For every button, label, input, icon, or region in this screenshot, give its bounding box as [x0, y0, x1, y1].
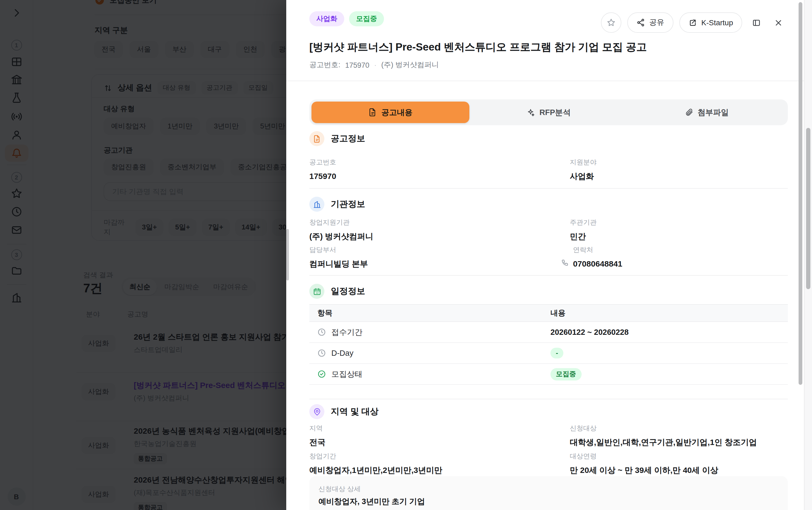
status-pill: 모집중: [550, 368, 581, 380]
svg-text:12: 12: [315, 291, 318, 294]
field-contact: 연락처 07080648841: [561, 246, 623, 268]
window-scrollbar-thumb[interactable]: [806, 128, 810, 289]
field-label: 신청대상: [570, 424, 757, 433]
side-panel-toggle-button[interactable]: [748, 15, 764, 31]
schedule-table: 항목 내용 접수기간 20260122 ~ 20260228 D-Day -: [309, 304, 788, 385]
field-support-org: 창업지원기관 (주) 벙커샷컴퍼니: [309, 218, 373, 242]
meta-separator: ·: [374, 61, 377, 69]
tag-row: 사업화 모집중: [309, 11, 384, 26]
close-button[interactable]: [770, 15, 786, 31]
section-divider: [309, 275, 788, 276]
field-startup-period: 창업기간 예비창업자,1년미만,2년미만,3년미만: [309, 452, 442, 476]
section-region-target: 지역 및 대상: [309, 404, 379, 419]
field-value: 175970: [309, 171, 336, 180]
notice-org: (주) 벙커샷컴퍼니: [381, 60, 439, 70]
paperclip-icon: [685, 108, 693, 117]
column-content: 내용: [550, 308, 566, 318]
applicant-detail-box: 신청대상 상세 예비창업자, 3년미만 초기 기업: [309, 476, 788, 510]
external-link-icon: [689, 18, 697, 27]
field-label: 지역: [309, 424, 326, 433]
section-notice-info: 공고정보: [309, 131, 365, 146]
field-host-org: 주관기관 민간: [570, 218, 597, 242]
clock-icon: [318, 328, 326, 336]
star-icon: [607, 18, 615, 27]
document-icon: [368, 108, 377, 117]
field-support-area: 지원분야 사업화: [570, 158, 597, 182]
share-label: 공유: [649, 18, 664, 27]
field-value: 대학생,일반인,대학,연구기관,일반기업,1인 창조기업: [570, 437, 757, 448]
panel-actions: 공유 K-Startup: [601, 12, 786, 33]
header-divider: [286, 81, 812, 81]
field-label: 담당부서: [309, 246, 368, 255]
schedule-row-period: 접수기간 20260122 ~ 20260228: [309, 322, 788, 343]
tab-notice-content[interactable]: 공고내용: [311, 102, 470, 123]
section-org-info: 기관정보: [309, 197, 365, 212]
calendar-icon: 12: [309, 284, 324, 299]
close-icon: [774, 18, 783, 27]
notice-no-label: 공고번호:: [309, 60, 340, 70]
tab-label: RFP분석: [539, 107, 571, 117]
field-value: (주) 벙커샷컴퍼니: [309, 232, 373, 242]
panel-scrollbar-thumb[interactable]: [799, 2, 802, 385]
field-value: 만 20세 이상 ~ 만 39세 이하,만 40세 이상: [570, 465, 718, 476]
section-divider: [309, 188, 788, 189]
schedule-label: D-Day: [331, 349, 353, 358]
field-value: 07080648841: [573, 259, 623, 268]
field-label: 지원분야: [570, 158, 597, 167]
page-scrollbar-thumb[interactable]: [286, 229, 289, 281]
section-title: 공고정보: [331, 133, 365, 144]
field-notice-no: 공고번호 175970: [309, 158, 336, 180]
field-value: 컴퍼니빌딩 본부: [309, 259, 368, 269]
field-applicants: 신청대상 대학생,일반인,대학,연구기관,일반기업,1인 창조기업: [570, 424, 757, 448]
field-value: 민간: [570, 232, 597, 242]
tab-label: 공고내용: [381, 107, 413, 117]
schedule-row-status: 모집상태 모집중: [309, 364, 788, 385]
field-label: 신청대상 상세: [319, 485, 361, 494]
kstartup-label: K-Startup: [701, 18, 733, 27]
map-pin-icon: [309, 404, 324, 419]
check-circle-icon: [318, 370, 326, 378]
share-icon: [636, 18, 645, 27]
dday-pill: -: [550, 348, 563, 359]
schedule-row-dday: D-Day -: [309, 343, 788, 364]
kstartup-link-button[interactable]: K-Startup: [679, 12, 742, 33]
schedule-label: 접수기간: [331, 327, 362, 337]
field-value: 예비창업자, 3년미만 초기 기업: [319, 497, 425, 507]
section-title: 기관정보: [331, 199, 365, 210]
app-root: 1 2: [0, 0, 812, 510]
tab-attachments[interactable]: 첨부파일: [628, 102, 786, 123]
section-title: 지역 및 대상: [331, 406, 379, 417]
field-region: 지역 전국: [309, 424, 326, 448]
document-icon: [309, 131, 324, 146]
field-tag: 사업화: [309, 11, 344, 26]
section-divider: [309, 399, 788, 399]
field-label: 주관기관: [570, 218, 597, 227]
field-department: 담당부서 컴퍼니빌딩 본부: [309, 246, 368, 269]
schedule-value: 20260122 ~ 20260228: [550, 328, 629, 336]
notice-no-value: 175970: [345, 61, 369, 69]
field-label: 연락처: [573, 246, 623, 255]
field-label: 창업기간: [309, 452, 442, 461]
share-button[interactable]: 공유: [627, 12, 673, 33]
section-schedule-info: 12 일정정보: [309, 284, 365, 299]
tab-rfp-analysis[interactable]: RFP분석: [470, 102, 628, 123]
building-icon: [309, 197, 324, 212]
schedule-label: 모집상태: [331, 369, 362, 379]
field-value: 전국: [309, 437, 326, 448]
clock-icon: [318, 349, 326, 358]
tab-label: 첨부파일: [698, 107, 729, 117]
column-item: 항목: [309, 308, 550, 318]
favorite-button[interactable]: [601, 12, 621, 33]
field-label: 창업지원기관: [309, 218, 373, 227]
notice-meta: 공고번호: 175970 · (주) 벙커샷컴퍼니: [309, 60, 439, 70]
modal-backdrop[interactable]: [0, 0, 286, 510]
field-value: 사업화: [570, 171, 597, 182]
field-target-age: 대상연령 만 20세 이상 ~ 만 39세 이하,만 40세 이상: [570, 452, 718, 476]
phone-icon: [561, 259, 569, 267]
notice-detail-panel: 사업화 모집중 공유 K-Startup [벙커샷 파트너스] Pre-Seed…: [286, 0, 812, 510]
field-value: 예비창업자,1년미만,2년미만,3년미만: [309, 465, 442, 476]
status-tag: 모집중: [349, 11, 384, 26]
field-label: 대상연령: [570, 452, 718, 461]
schedule-table-header: 항목 내용: [309, 304, 788, 322]
field-label: 공고번호: [309, 158, 336, 167]
